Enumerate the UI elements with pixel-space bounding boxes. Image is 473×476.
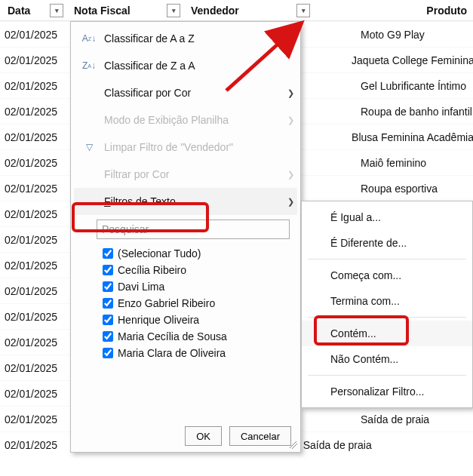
cell-date: 02/01/2025: [0, 157, 66, 169]
ok-button[interactable]: OK: [185, 426, 222, 446]
value-label: Maria Clara de Oliveira: [118, 347, 226, 359]
resize-grip-icon[interactable]: [290, 441, 297, 449]
blank-icon: [81, 85, 97, 100]
begins-with-item[interactable]: Começa com...: [302, 263, 472, 288]
filter-color-item: Filtrar por Cor ❯: [74, 161, 297, 188]
header-nota-label: Nota Fiscal: [74, 5, 131, 17]
custom-label: Personalizar Filtro...: [330, 385, 424, 398]
cell-date: 02/01/2025: [0, 413, 66, 425]
checkbox[interactable]: [103, 298, 113, 309]
header-produto: Produto: [313, 0, 473, 20]
chevron-right-icon: ❯: [284, 170, 297, 180]
contains-item[interactable]: Contém...: [302, 321, 472, 346]
sort-az-label: Classificar de A a Z: [104, 32, 297, 45]
dropdown-nota-icon[interactable]: ▾: [167, 4, 180, 17]
begins-label: Começa com...: [330, 269, 401, 281]
blank-icon: [81, 167, 97, 182]
not-contains-label: Não Contém...: [330, 353, 398, 365]
text-filters-item[interactable]: Filtros de Texto ❯: [74, 188, 297, 215]
cell-date: 02/01/2025: [0, 208, 66, 220]
custom-filter-item[interactable]: Personalizar Filtro...: [302, 379, 472, 404]
clear-filter-item: ▽ Limpar Filtro de "Vendedor": [74, 134, 297, 161]
text-filters-label: Filtros de Texto: [104, 195, 276, 207]
checkbox[interactable]: [103, 348, 113, 358]
cell-date: 02/01/2025: [0, 439, 66, 451]
not-equals-label: É Diferente de...: [330, 237, 407, 249]
header-data-label: Data: [8, 5, 30, 17]
cell-date: 02/01/2025: [0, 362, 66, 374]
value-item[interactable]: Maria Cecília de Sousa: [103, 328, 290, 345]
menu-divider: [308, 375, 466, 376]
ends-label: Termina com...: [330, 295, 400, 307]
cell-date: 02/01/2025: [0, 388, 66, 400]
sheet-view-item: Modo de Exibição Planilha ❯: [74, 106, 297, 134]
value-item[interactable]: Cecília Ribeiro: [103, 262, 290, 278]
dropdown-vendedor-icon[interactable]: ▾: [296, 4, 310, 17]
ends-with-item[interactable]: Termina com...: [302, 288, 472, 314]
sort-za-icon: ZA↓: [81, 58, 97, 73]
sheet-view-label: Modo de Exibição Planilha: [104, 114, 276, 126]
header-prod-label: Produto: [426, 5, 467, 17]
checkbox[interactable]: [103, 331, 113, 342]
text-filters-submenu: É Igual a... É Diferente de... Começa co…: [301, 201, 473, 408]
blank-icon: [81, 112, 97, 127]
value-label: Maria Cecília de Sousa: [118, 330, 227, 342]
value-label: Henrique Oliveira: [118, 314, 199, 326]
checkbox[interactable]: [103, 248, 113, 259]
cell-date: 02/01/2025: [0, 336, 66, 349]
sort-za-item[interactable]: ZA↓ Classificar de Z a A: [74, 52, 297, 79]
select-all-label: (Selecionar Tudo): [118, 247, 201, 259]
cell-date: 02/01/2025: [0, 131, 57, 143]
sort-za-label: Classificar de Z a A: [104, 60, 297, 72]
clear-filter-icon: ▽: [81, 140, 97, 155]
header-data: Data ▾: [0, 0, 66, 20]
header-vend-label: Vendedor: [191, 5, 239, 17]
panel-buttons: OK Cancelar: [74, 422, 297, 446]
table-header: Data ▾ Nota Fiscal ▾ Vendedor ▾ Produto: [0, 0, 473, 21]
value-item[interactable]: Davi Lima: [103, 278, 290, 295]
checkbox[interactable]: [103, 281, 113, 292]
value-item[interactable]: Maria Clara de Oliveira: [103, 345, 290, 361]
chevron-right-icon: ❯: [284, 115, 297, 125]
cell-date: 02/01/2025: [0, 80, 66, 92]
blank-icon: [81, 194, 97, 209]
header-vendedor: Vendedor ▾: [183, 0, 313, 20]
filter-panel: AZ↓ Classificar de A a Z ZA↓ Classificar…: [70, 21, 301, 453]
menu-divider: [308, 317, 466, 318]
cell-date: 02/01/2025: [0, 259, 66, 272]
cell-date: 02/01/2025: [0, 106, 66, 118]
dropdown-data-icon[interactable]: ▾: [50, 4, 63, 17]
equals-item[interactable]: É Igual a...: [302, 204, 472, 230]
chevron-right-icon: ❯: [284, 88, 297, 98]
value-label: Davi Lima: [118, 281, 164, 293]
sort-az-item[interactable]: AZ↓ Classificar de A a Z: [74, 25, 297, 52]
sort-color-item[interactable]: Classificar por Cor ❯: [74, 79, 297, 106]
checkbox[interactable]: [103, 265, 113, 275]
select-all-item[interactable]: (Selecionar Tudo): [103, 245, 290, 262]
clear-filter-label: Limpar Filtro de "Vendedor": [104, 141, 297, 153]
menu-divider: [308, 259, 466, 259]
cell-date: 02/01/2025: [0, 234, 66, 246]
chevron-right-icon: ❯: [284, 197, 297, 207]
value-item[interactable]: Henrique Oliveira: [103, 312, 290, 328]
value-label: Enzo Gabriel Ribeiro: [118, 297, 215, 309]
values-checklist: (Selecionar Tudo) Cecília Ribeiro Davi L…: [103, 245, 290, 422]
search-placeholder: Pesquisar: [102, 223, 149, 235]
checkbox[interactable]: [103, 315, 113, 325]
cell-date: 02/01/2025: [0, 311, 66, 323]
contains-label: Contém...: [330, 327, 376, 339]
equals-label: É Igual a...: [330, 211, 381, 223]
value-item[interactable]: Enzo Gabriel Ribeiro: [103, 295, 290, 312]
cell-date: 02/01/2025: [0, 29, 66, 41]
cell-date: 02/01/2025: [0, 183, 66, 195]
cell-date: 02/01/2025: [0, 285, 66, 297]
not-contains-item[interactable]: Não Contém...: [302, 346, 472, 372]
not-equals-item[interactable]: É Diferente de...: [302, 230, 472, 256]
cancel-button[interactable]: Cancelar: [229, 426, 291, 446]
search-input[interactable]: Pesquisar: [97, 220, 290, 239]
sort-color-label: Classificar por Cor: [104, 87, 276, 99]
value-label: Cecília Ribeiro: [118, 264, 186, 276]
filter-color-label: Filtrar por Cor: [104, 168, 276, 180]
cell-date: 02/01/2025: [0, 54, 57, 66]
header-nota-fiscal: Nota Fiscal ▾: [66, 0, 183, 20]
